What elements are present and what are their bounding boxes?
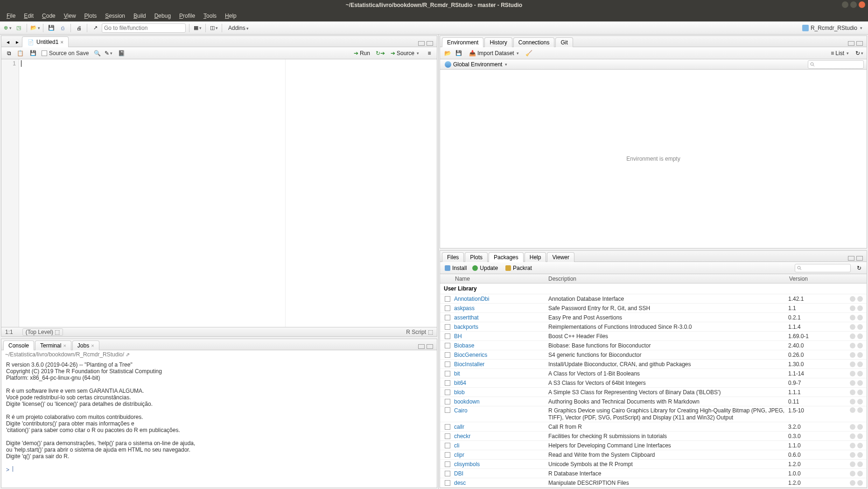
menu-edit[interactable]: Edit bbox=[20, 12, 37, 20]
project-menu[interactable]: R_Rcmdr_RStudio bbox=[799, 25, 865, 31]
package-remove-icon[interactable] bbox=[857, 433, 863, 439]
package-web-icon[interactable] bbox=[850, 352, 855, 358]
package-name-link[interactable]: BiocInstaller bbox=[453, 361, 546, 368]
package-checkbox[interactable] bbox=[445, 452, 450, 458]
tab-connections[interactable]: Connections bbox=[513, 37, 555, 47]
package-checkbox[interactable] bbox=[445, 371, 450, 376]
package-web-icon[interactable] bbox=[850, 452, 855, 458]
package-checkbox[interactable] bbox=[445, 399, 450, 404]
package-web-icon[interactable] bbox=[850, 361, 855, 367]
environment-scope-selector[interactable]: Global Environment bbox=[443, 61, 509, 68]
install-button[interactable]: Install bbox=[443, 265, 469, 271]
package-web-icon[interactable] bbox=[850, 461, 855, 467]
tab-git[interactable]: Git bbox=[555, 37, 573, 47]
package-remove-icon[interactable] bbox=[857, 343, 863, 348]
open-file-button[interactable]: 📂 bbox=[30, 23, 40, 33]
package-remove-icon[interactable] bbox=[857, 390, 863, 395]
package-checkbox[interactable] bbox=[445, 390, 450, 395]
tab-packages[interactable]: Packages bbox=[489, 252, 524, 262]
find-button[interactable]: 🔍 bbox=[92, 49, 102, 58]
tab-plots[interactable]: Plots bbox=[465, 252, 488, 262]
run-button[interactable]: ➔Run bbox=[352, 50, 372, 57]
compile-report-button[interactable]: 📓 bbox=[117, 49, 126, 58]
package-name-link[interactable]: Cairo bbox=[453, 407, 546, 414]
package-remove-icon[interactable] bbox=[857, 352, 863, 358]
maximize-pane-icon[interactable] bbox=[427, 41, 433, 46]
menu-file[interactable]: File bbox=[3, 12, 19, 20]
package-checkbox[interactable] bbox=[445, 480, 450, 486]
package-web-icon[interactable] bbox=[850, 371, 855, 376]
menu-plots[interactable]: Plots bbox=[81, 12, 101, 20]
rerun-button[interactable]: ↻➔ bbox=[376, 49, 385, 58]
save-workspace-button[interactable]: 💾 bbox=[454, 49, 463, 58]
minimize-button[interactable] bbox=[842, 1, 848, 8]
load-workspace-button[interactable]: 📂 bbox=[443, 49, 452, 58]
package-checkbox[interactable] bbox=[445, 424, 450, 430]
tab-viewer[interactable]: Viewer bbox=[547, 252, 574, 262]
tab-help[interactable]: Help bbox=[525, 252, 546, 262]
import-dataset-button[interactable]: 📥 Import Dataset bbox=[467, 50, 521, 57]
tab-jobs[interactable]: Jobs × bbox=[72, 340, 99, 350]
package-checkbox[interactable] bbox=[445, 343, 450, 348]
package-name-link[interactable]: AnnotationDbi bbox=[453, 296, 546, 302]
package-web-icon[interactable] bbox=[850, 333, 855, 339]
maximize-pane-icon[interactable] bbox=[856, 41, 863, 46]
pane-layout-button[interactable]: ◫ bbox=[209, 23, 218, 33]
package-remove-icon[interactable] bbox=[857, 480, 863, 486]
package-name-link[interactable]: checkr bbox=[453, 433, 546, 439]
package-remove-icon[interactable] bbox=[857, 443, 863, 448]
menu-help[interactable]: Help bbox=[221, 12, 240, 20]
menu-profile[interactable]: Profile bbox=[175, 12, 199, 20]
scope-selector[interactable]: (Top Level) ⬚ bbox=[22, 328, 63, 336]
package-web-icon[interactable] bbox=[850, 399, 855, 404]
package-remove-icon[interactable] bbox=[857, 361, 863, 367]
maximize-pane-icon[interactable] bbox=[427, 344, 433, 349]
package-name-link[interactable]: callr bbox=[453, 424, 546, 430]
goto-file-input[interactable] bbox=[102, 23, 186, 33]
package-name-link[interactable]: askpass bbox=[453, 305, 546, 312]
package-web-icon[interactable] bbox=[850, 443, 855, 448]
package-web-icon[interactable] bbox=[850, 433, 855, 439]
package-remove-icon[interactable] bbox=[857, 471, 863, 476]
package-checkbox[interactable] bbox=[445, 443, 450, 448]
package-checkbox[interactable] bbox=[445, 352, 450, 358]
tab-history[interactable]: History bbox=[484, 37, 512, 47]
package-web-icon[interactable] bbox=[850, 424, 855, 430]
tab-console[interactable]: Console bbox=[3, 340, 34, 350]
print-button[interactable]: 🖨 bbox=[74, 23, 84, 33]
package-remove-icon[interactable] bbox=[857, 399, 863, 404]
addins-menu[interactable]: Addins bbox=[225, 25, 252, 31]
packages-search-input[interactable] bbox=[795, 264, 851, 272]
new-project-button[interactable]: ◳ bbox=[14, 23, 23, 33]
wand-button[interactable]: ✎ bbox=[104, 49, 113, 58]
package-name-link[interactable]: DBI bbox=[453, 470, 546, 477]
package-name-link[interactable]: BiocGenerics bbox=[453, 352, 546, 358]
package-web-icon[interactable] bbox=[850, 343, 855, 348]
package-checkbox[interactable] bbox=[445, 433, 450, 439]
package-web-icon[interactable] bbox=[850, 380, 855, 386]
package-web-icon[interactable] bbox=[850, 324, 855, 330]
package-name-link[interactable]: BH bbox=[453, 333, 546, 340]
tab-terminal[interactable]: Terminal × bbox=[35, 340, 71, 350]
refresh-packages-button[interactable]: ↻ bbox=[854, 263, 864, 273]
package-checkbox[interactable] bbox=[445, 361, 450, 367]
package-remove-icon[interactable] bbox=[857, 461, 863, 467]
package-name-link[interactable]: backports bbox=[453, 324, 546, 330]
package-remove-icon[interactable] bbox=[857, 324, 863, 330]
package-name-link[interactable]: bit bbox=[453, 370, 546, 377]
update-button[interactable]: Update bbox=[470, 265, 500, 271]
tab-files[interactable]: Files bbox=[442, 252, 464, 262]
package-checkbox[interactable] bbox=[445, 324, 450, 330]
maximize-button[interactable] bbox=[850, 1, 857, 8]
package-name-link[interactable]: blob bbox=[453, 389, 546, 396]
console-output[interactable]: R version 3.6.0 (2019-04-26) -- "Plantin… bbox=[1, 359, 437, 488]
package-checkbox[interactable] bbox=[445, 407, 450, 413]
minimize-pane-icon[interactable] bbox=[418, 41, 425, 46]
package-remove-icon[interactable] bbox=[857, 371, 863, 376]
menu-tools[interactable]: Tools bbox=[200, 12, 220, 20]
close-tab-icon[interactable]: × bbox=[60, 39, 63, 45]
package-remove-icon[interactable] bbox=[857, 407, 863, 413]
script-type[interactable]: R Script bbox=[406, 329, 426, 335]
packrat-button[interactable]: Packrat bbox=[504, 265, 534, 271]
package-name-link[interactable]: bookdown bbox=[453, 398, 546, 405]
